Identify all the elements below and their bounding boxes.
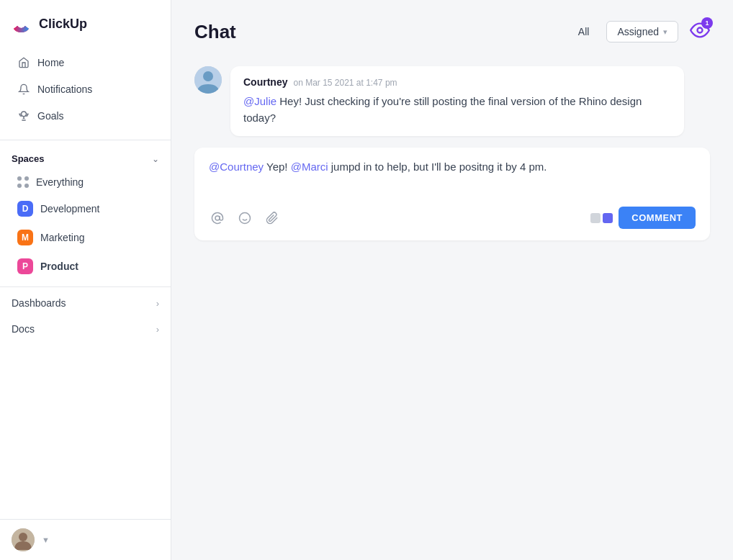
format-squares[interactable] xyxy=(590,213,613,223)
sidebar-item-everything[interactable]: Everything xyxy=(6,171,165,194)
main-content: Chat All Assigned ▾ 1 xyxy=(171,0,733,560)
reply-actions: COMMENT xyxy=(590,207,696,229)
sidebar-item-notifications-label: Notifications xyxy=(37,83,92,95)
sidebar-item-everything-label: Everything xyxy=(36,176,84,188)
comment-button[interactable]: COMMENT xyxy=(619,207,696,229)
svg-point-5 xyxy=(203,71,213,81)
eye-badge-count: 1 xyxy=(701,17,713,29)
bottom-nav: Dashboards › Docs › xyxy=(0,286,171,345)
filter-assigned-label: Assigned xyxy=(617,26,659,37)
emoji-tool-icon[interactable] xyxy=(236,209,253,227)
sidebar-nav: Home Notifications Goals xyxy=(0,46,171,132)
header-actions: All Assigned ▾ 1 xyxy=(572,20,710,43)
message-avatar xyxy=(194,66,222,94)
message-text: @Julie Hey! Just checking if you're stil… xyxy=(243,94,671,126)
page-title: Chat xyxy=(194,21,572,43)
filter-all-button[interactable]: All xyxy=(572,23,595,40)
reply-mention1[interactable]: @Courtney xyxy=(209,161,264,173)
reply-area: @Courtney Yep! @Marci jumpd in to help, … xyxy=(194,148,710,240)
app-name: ClickUp xyxy=(39,17,87,32)
spaces-title: Spaces xyxy=(12,153,45,164)
sidebar: ClickUp Home Notifications xyxy=(0,0,171,560)
spaces-header[interactable]: Spaces ⌄ xyxy=(0,148,171,170)
sidebar-item-development-label: Development xyxy=(40,203,100,214)
format-sq-1 xyxy=(590,213,601,223)
spaces-chevron-icon: ⌄ xyxy=(152,154,159,164)
reply-text2: jumpd in to help, but I'll be positng it… xyxy=(331,161,547,173)
development-badge: D xyxy=(17,201,33,217)
sidebar-item-product-label: Product xyxy=(40,261,78,272)
sidebar-item-home-label: Home xyxy=(37,57,64,68)
sidebar-item-marketing-label: Marketing xyxy=(40,232,84,243)
message-mention[interactable]: @Julie xyxy=(243,95,276,107)
sidebar-item-marketing[interactable]: M Marketing xyxy=(6,224,165,251)
sidebar-item-goals[interactable]: Goals xyxy=(6,103,165,129)
everything-dots-icon xyxy=(17,176,29,188)
sidebar-footer[interactable]: ▼ xyxy=(0,519,171,560)
user-avatar xyxy=(12,528,35,551)
reply-tools xyxy=(209,209,281,227)
dashboards-arrow-icon: › xyxy=(156,298,159,309)
reply-text1: Yep! xyxy=(266,161,291,173)
format-sq-2 xyxy=(603,213,613,223)
message-meta: Courtney on Mar 15 2021 at 1:47 pm xyxy=(243,76,671,88)
svg-point-2 xyxy=(19,533,27,541)
page-header: Chat All Assigned ▾ 1 xyxy=(171,0,733,55)
clickup-logo-icon xyxy=(12,13,33,35)
product-badge: P xyxy=(17,258,33,274)
message-item: Courtney on Mar 15 2021 at 1:47 pm @Juli… xyxy=(194,66,684,136)
svg-point-7 xyxy=(240,212,251,223)
chevron-down-icon: ▾ xyxy=(663,27,667,37)
trophy-icon xyxy=(17,109,30,122)
message-bubble: Courtney on Mar 15 2021 at 1:47 pm @Juli… xyxy=(230,66,684,136)
eye-badge-button[interactable]: 1 xyxy=(690,20,710,43)
sidebar-divider xyxy=(0,140,171,140)
logo[interactable]: ClickUp xyxy=(0,0,171,46)
attachment-tool-icon[interactable] xyxy=(264,209,281,227)
chat-area: Courtney on Mar 15 2021 at 1:47 pm @Juli… xyxy=(171,55,733,560)
sidebar-item-product[interactable]: P Product xyxy=(6,253,165,280)
reply-mention2[interactable]: @Marci xyxy=(291,161,328,173)
sidebar-item-home[interactable]: Home xyxy=(6,50,165,76)
mention-tool-icon[interactable] xyxy=(209,209,226,227)
docs-arrow-icon: › xyxy=(156,324,159,335)
home-icon xyxy=(17,56,30,69)
svg-point-6 xyxy=(215,216,220,220)
eye-icon xyxy=(690,30,710,42)
docs-label: Docs xyxy=(12,323,35,335)
reply-text[interactable]: @Courtney Yep! @Marci jumpd in to help, … xyxy=(209,159,696,195)
marketing-badge: M xyxy=(17,230,33,245)
footer-chevron-icon: ▼ xyxy=(42,536,50,544)
sidebar-item-development[interactable]: D Development xyxy=(6,195,165,222)
message-body: Hey! Just checking if you're still posti… xyxy=(243,95,642,124)
sidebar-item-dashboards[interactable]: Dashboards › xyxy=(0,290,171,316)
sidebar-item-notifications[interactable]: Notifications xyxy=(6,76,165,102)
message-author: Courtney xyxy=(243,76,287,88)
reply-toolbar: COMMENT xyxy=(209,207,696,229)
bell-icon xyxy=(17,83,30,96)
sidebar-item-docs[interactable]: Docs › xyxy=(0,316,171,342)
filter-assigned-button[interactable]: Assigned ▾ xyxy=(606,21,678,42)
message-time: on Mar 15 2021 at 1:47 pm xyxy=(293,78,397,88)
sidebar-item-goals-label: Goals xyxy=(37,110,64,122)
dashboards-label: Dashboards xyxy=(12,297,66,309)
svg-point-3 xyxy=(698,28,703,33)
